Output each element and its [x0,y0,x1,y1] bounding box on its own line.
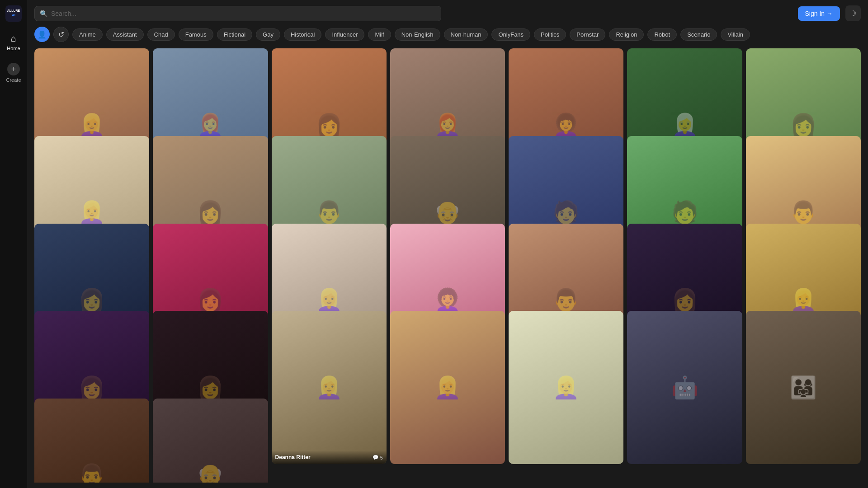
filter-tag-fictional[interactable]: Fictional [217,28,252,41]
card-27[interactable]: 🤖 [627,311,742,464]
search-wrapper: 🔍 [34,6,441,21]
filter-tag-famous[interactable]: Famous [179,28,213,41]
topbar-right: Sign In → ☽ [798,5,861,21]
sign-in-button[interactable]: Sign In → [798,6,840,21]
card-image-27: 🤖 [627,311,742,464]
search-input[interactable] [34,6,441,21]
filter-tag-scenario[interactable]: Scenario [680,28,717,41]
filter-person-button[interactable]: 👤 [34,27,50,42]
filter-bar: 👤 ↺ AnimeAssistantChadFamousFictionalGay… [34,27,861,42]
filter-tag-assistant[interactable]: Assistant [106,28,144,41]
filter-tag-anime[interactable]: Anime [72,28,103,41]
filter-tag-non-human[interactable]: Non-human [444,28,488,41]
filter-tag-non-english[interactable]: Non-English [395,28,440,41]
card-26[interactable]: 👱‍♀️ [509,311,623,464]
card-image-28: 👨‍👩‍👧 [746,311,861,464]
card-image-26: 👱‍♀️ [509,311,623,464]
chat-icon: 💬 [373,455,379,460]
filter-tag-historical[interactable]: Historical [284,28,321,41]
filter-tag-pornstar[interactable]: Pornstar [570,28,605,41]
filter-tag-onlyfans[interactable]: OnlyFans [491,28,530,41]
create-icon: + [7,63,20,75]
card-30[interactable]: 👴 [153,399,268,483]
theme-toggle-button[interactable]: ☽ [845,5,861,21]
card-28[interactable]: 👨‍👩‍👧 [746,311,861,464]
card-count-24: 💬 5 [373,455,383,460]
person-icon: 👤 [38,30,47,39]
card-image-30: 👴 [153,399,268,483]
svg-text:AI: AI [12,13,15,17]
moon-icon: ☽ [850,9,856,17]
search-icon: 🔍 [40,10,47,17]
filter-tag-milf[interactable]: Milf [368,28,391,41]
card-24[interactable]: 👱‍♀️Deanna Ritter💬 5 [272,311,387,464]
card-image-29: 👨 [34,399,149,483]
cards-grid: 👱‍♀️Alisha Lehmann💬 4👩‍🦰Milla Sofia💬 4👩M… [34,48,861,483]
card-25[interactable]: 👱‍♀️ [390,311,505,464]
sidebar: ALLURE AI ⌂ Home + Create [0,0,27,488]
svg-text:ALLURE: ALLURE [7,9,20,12]
filter-tag-influencer[interactable]: Influencer [325,28,364,41]
filter-tag-politics[interactable]: Politics [534,28,566,41]
app-logo: ALLURE AI [5,5,22,22]
card-image-25: 👱‍♀️ [390,311,505,464]
card-29[interactable]: 👨 [34,399,149,483]
home-icon: ⌂ [11,33,16,44]
sidebar-create-label: Create [6,77,21,83]
main-content: 🔍 Sign In → ☽ 👤 ↺ AnimeAssistantChadFamo… [27,0,868,488]
sidebar-item-home[interactable]: ⌂ Home [4,31,23,54]
filter-tag-robot[interactable]: Robot [647,28,677,41]
filter-tags-container: AnimeAssistantChadFamousFictionalGayHist… [72,28,750,41]
filter-tag-religion[interactable]: Religion [609,28,644,41]
filter-tag-villain[interactable]: Villain [721,28,750,41]
sidebar-home-label: Home [7,46,20,51]
refresh-icon: ↺ [58,30,64,39]
card-image-24: 👱‍♀️ [272,311,387,464]
topbar: 🔍 Sign In → ☽ [34,5,861,21]
filter-tag-chad[interactable]: Chad [147,28,175,41]
sidebar-item-create[interactable]: + Create [6,63,21,83]
filter-tag-gay[interactable]: Gay [256,28,280,41]
card-name-24: Deanna Ritter [275,454,311,460]
filter-refresh-button[interactable]: ↺ [53,27,69,42]
